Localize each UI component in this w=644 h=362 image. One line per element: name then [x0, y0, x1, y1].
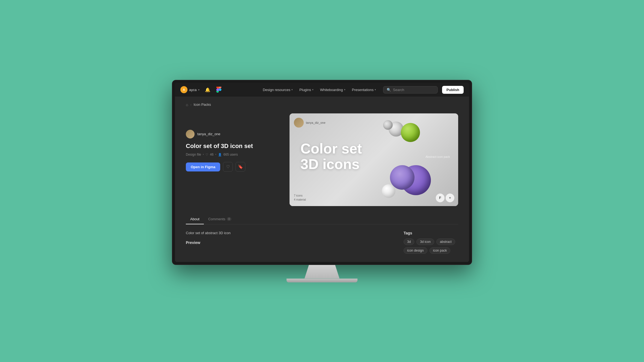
author-avatar-image [186, 130, 195, 138]
user-chevron-icon: ▾ [198, 88, 199, 91]
search-bar[interactable]: 🔍 Search [383, 86, 438, 93]
screen: A ayca ▾ 🔔 [175, 83, 469, 262]
preview-title-overlay: Color set 3D icons [300, 141, 362, 172]
nav-design-resources[interactable]: Design resources ▾ [260, 86, 296, 93]
chevron-down-icon: ▾ [375, 88, 376, 91]
3d-icons-scene [365, 119, 442, 201]
monitor-base [287, 279, 357, 282]
search-icon: 🔍 [387, 88, 391, 92]
bookmark-icon: 🔖 [238, 164, 243, 169]
user-menu[interactable]: A ayca ▾ [180, 86, 199, 93]
resource-type: Design file [186, 153, 201, 156]
tag-3d[interactable]: 3d [404, 239, 414, 245]
users-icon: 👤 [218, 153, 222, 156]
figma-logo [216, 87, 222, 93]
monitor: A ayca ▾ 🔔 [172, 80, 472, 265]
bookmark-button[interactable]: 🔖 [235, 162, 245, 172]
navbar: A ayca ▾ 🔔 [175, 83, 469, 97]
preview-title-line1: Color set [300, 141, 362, 156]
sphere-silver-2 [383, 120, 393, 130]
sphere-purple-ridged [390, 165, 415, 190]
nav-plugins[interactable]: Plugins ▾ [297, 86, 316, 93]
breadcrumb-current: Icon Packs [193, 102, 211, 107]
preview-add-button[interactable]: + [446, 194, 454, 202]
tag-3d-icon[interactable]: 3d icon [416, 239, 434, 245]
author-row: tanya_diz_one [186, 130, 279, 138]
preview-material-count: 4 material [294, 198, 306, 202]
sphere-white [382, 184, 395, 198]
breadcrumb-separator: › [190, 103, 191, 107]
breadcrumb: ⌂ › Icon Packs [186, 102, 458, 107]
open-figma-button[interactable]: Open in Figma [186, 162, 220, 171]
tabs-section: About Comments 0 [186, 214, 458, 224]
tag-icon-design[interactable]: icon design [404, 247, 427, 254]
home-icon[interactable]: ⌂ [186, 102, 188, 107]
tag-abstract[interactable]: abstract [436, 239, 455, 245]
sphere-green [401, 123, 420, 142]
preview-title-line2: 3D icons [300, 156, 362, 172]
left-panel: tanya_diz_one Color set of 3D icon set D… [186, 113, 279, 172]
resource-title: Color set of 3D icon set [186, 142, 279, 150]
preview-card: tanya_diz_one [290, 113, 458, 206]
like-button[interactable]: ♡ [223, 162, 233, 172]
bottom-content: Color set of abstract 3D icon Preview Ta… [186, 231, 458, 254]
publish-button[interactable]: Publish [442, 86, 464, 94]
preview-icons-count: 7 icons [294, 194, 306, 198]
nav-links: Design resources ▾ Plugins ▾ Whiteboardi… [260, 86, 379, 93]
meta-dot-2: • [215, 153, 216, 156]
nav-presentations[interactable]: Presentations ▾ [349, 86, 379, 93]
meta-dot-1: • [203, 153, 204, 156]
monitor-stand [300, 265, 344, 279]
tags-title: Tags [404, 231, 458, 235]
nav-whiteboarding[interactable]: Whiteboarding ▾ [317, 86, 348, 93]
heart-icon: ♡ [226, 164, 230, 169]
search-placeholder: Search [393, 88, 404, 92]
chevron-down-icon: ▾ [312, 88, 314, 91]
preview-author-avatar [294, 118, 304, 128]
username-label: ayca [189, 88, 196, 92]
preview-author-badge: tanya_diz_one [294, 118, 326, 128]
preview-section-label: Preview [186, 240, 393, 245]
tags-section: Tags 3d 3d icon abstract icon design ico… [404, 231, 458, 254]
description-text: Color set of abstract 3D icon [186, 231, 393, 235]
tags-grid: 3d 3d icon abstract icon design icon pac… [404, 239, 458, 254]
tab-about[interactable]: About [186, 214, 204, 224]
comments-badge: 0 [227, 217, 232, 221]
main-content: ⌂ › Icon Packs tanya_diz_one C [175, 97, 469, 262]
author-name[interactable]: tanya_diz_one [197, 132, 220, 136]
likes-count: 46 [210, 153, 213, 156]
author-avatar [186, 130, 195, 138]
chevron-down-icon: ▾ [291, 88, 293, 91]
users-count: 665 users [223, 153, 238, 156]
preview-stats: 7 icons 4 material [294, 194, 306, 202]
plus-icon: + [449, 196, 451, 200]
heart-icon: ♡ [205, 153, 208, 156]
preview-image: tanya_diz_one [290, 113, 458, 206]
tabs-row: About Comments 0 [186, 214, 458, 224]
description-section: Color set of abstract 3D icon Preview [186, 231, 393, 254]
chevron-down-icon: ▾ [344, 88, 345, 91]
tag-icon-pack[interactable]: icon pack [430, 247, 451, 254]
notifications-bell-icon[interactable]: 🔔 [205, 87, 210, 92]
user-avatar: A [180, 86, 187, 93]
tab-comments[interactable]: Comments 0 [204, 214, 236, 224]
preview-author-name: tanya_diz_one [306, 121, 326, 124]
main-layout: tanya_diz_one Color set of 3D icon set D… [186, 113, 458, 206]
resource-meta: Design file • ♡ 46 • 👤 665 users [186, 153, 279, 156]
actions-row: Open in Figma ♡ 🔖 [186, 162, 279, 172]
